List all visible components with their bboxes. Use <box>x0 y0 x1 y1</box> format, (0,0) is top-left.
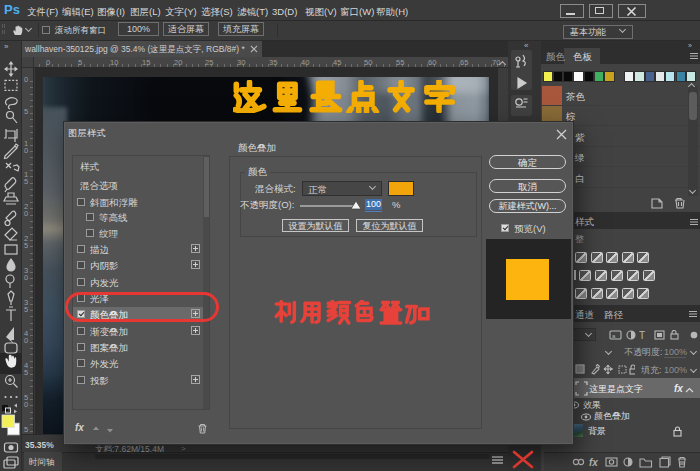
svg-text:fx: fx <box>589 457 598 468</box>
svg-text:a: a <box>612 333 616 339</box>
svg-text:T: T <box>639 330 645 341</box>
